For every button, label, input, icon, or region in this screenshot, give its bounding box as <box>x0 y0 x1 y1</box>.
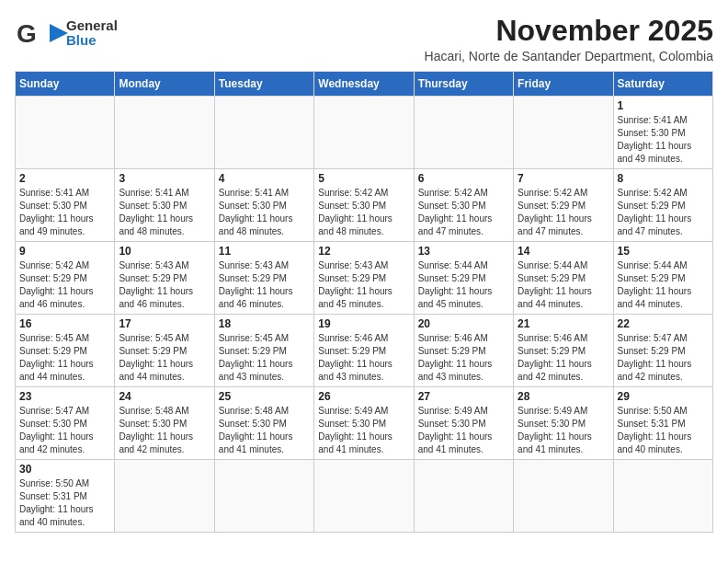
day-number: 29 <box>618 390 709 403</box>
calendar-cell <box>314 460 414 533</box>
day-info: Sunrise: 5:43 AM Sunset: 5:29 PM Dayligh… <box>318 259 409 311</box>
calendar-cell: 18Sunrise: 5:45 AM Sunset: 5:29 PM Dayli… <box>214 315 313 387</box>
day-info: Sunrise: 5:41 AM Sunset: 5:30 PM Dayligh… <box>618 114 709 166</box>
day-number: 22 <box>618 317 709 330</box>
day-info: Sunrise: 5:47 AM Sunset: 5:29 PM Dayligh… <box>618 332 709 384</box>
calendar-cell: 26Sunrise: 5:49 AM Sunset: 5:30 PM Dayli… <box>314 387 414 460</box>
calendar-cell: 24Sunrise: 5:48 AM Sunset: 5:30 PM Dayli… <box>115 387 214 460</box>
day-info: Sunrise: 5:46 AM Sunset: 5:29 PM Dayligh… <box>518 332 609 384</box>
month-title: November 2025 <box>425 15 713 47</box>
day-header-thursday: Thursday <box>414 72 513 97</box>
day-number: 20 <box>418 317 509 330</box>
day-header-monday: Monday <box>115 72 214 97</box>
calendar-cell <box>514 97 613 169</box>
calendar-cell: 4Sunrise: 5:41 AM Sunset: 5:30 PM Daylig… <box>214 169 313 242</box>
calendar-cell: 13Sunrise: 5:44 AM Sunset: 5:29 PM Dayli… <box>414 242 513 315</box>
day-header-tuesday: Tuesday <box>214 72 313 97</box>
day-number: 5 <box>318 172 409 185</box>
calendar-cell <box>214 97 313 169</box>
calendar-cell: 12Sunrise: 5:43 AM Sunset: 5:29 PM Dayli… <box>314 242 414 315</box>
calendar-week-1: 1Sunrise: 5:41 AM Sunset: 5:30 PM Daylig… <box>16 97 713 169</box>
day-info: Sunrise: 5:44 AM Sunset: 5:29 PM Dayligh… <box>518 259 609 311</box>
calendar-cell: 20Sunrise: 5:46 AM Sunset: 5:29 PM Dayli… <box>414 315 513 387</box>
calendar-cell: 9Sunrise: 5:42 AM Sunset: 5:29 PM Daylig… <box>16 242 115 315</box>
calendar-week-3: 9Sunrise: 5:42 AM Sunset: 5:29 PM Daylig… <box>16 242 713 315</box>
day-number: 2 <box>19 172 110 185</box>
day-info: Sunrise: 5:49 AM Sunset: 5:30 PM Dayligh… <box>518 405 609 456</box>
calendar-cell <box>414 97 513 169</box>
day-number: 17 <box>119 317 210 330</box>
calendar-cell: 11Sunrise: 5:43 AM Sunset: 5:29 PM Dayli… <box>214 242 313 315</box>
calendar-week-2: 2Sunrise: 5:41 AM Sunset: 5:30 PM Daylig… <box>16 169 713 242</box>
calendar-cell: 3Sunrise: 5:41 AM Sunset: 5:30 PM Daylig… <box>115 169 214 242</box>
calendar-cell <box>115 97 214 169</box>
page-header: G General Blue November 2025 Hacari, Nor… <box>15 15 713 63</box>
title-block: November 2025 Hacari, Norte de Santander… <box>425 15 713 63</box>
calendar-cell <box>16 97 115 169</box>
day-number: 15 <box>618 245 709 258</box>
day-number: 13 <box>418 245 509 258</box>
day-number: 9 <box>19 245 110 258</box>
calendar-cell: 2Sunrise: 5:41 AM Sunset: 5:30 PM Daylig… <box>16 169 115 242</box>
day-info: Sunrise: 5:44 AM Sunset: 5:29 PM Dayligh… <box>418 259 509 311</box>
calendar-cell: 10Sunrise: 5:43 AM Sunset: 5:29 PM Dayli… <box>115 242 214 315</box>
day-number: 14 <box>518 245 609 258</box>
calendar-week-5: 23Sunrise: 5:47 AM Sunset: 5:30 PM Dayli… <box>16 387 713 460</box>
day-header-saturday: Saturday <box>613 72 712 97</box>
day-number: 6 <box>418 172 509 185</box>
day-number: 23 <box>19 390 110 403</box>
location: Hacari, Norte de Santander Department, C… <box>425 49 713 63</box>
calendar-week-6: 30Sunrise: 5:50 AM Sunset: 5:31 PM Dayli… <box>16 460 713 533</box>
calendar-cell: 22Sunrise: 5:47 AM Sunset: 5:29 PM Dayli… <box>613 315 712 387</box>
day-info: Sunrise: 5:47 AM Sunset: 5:30 PM Dayligh… <box>19 405 110 456</box>
day-number: 18 <box>219 317 310 330</box>
calendar-cell: 8Sunrise: 5:42 AM Sunset: 5:29 PM Daylig… <box>613 169 712 242</box>
day-info: Sunrise: 5:42 AM Sunset: 5:29 PM Dayligh… <box>19 259 110 311</box>
calendar-cell <box>214 460 313 533</box>
day-info: Sunrise: 5:42 AM Sunset: 5:29 PM Dayligh… <box>518 187 609 238</box>
day-info: Sunrise: 5:41 AM Sunset: 5:30 PM Dayligh… <box>19 187 110 238</box>
day-number: 25 <box>219 390 310 403</box>
day-number: 28 <box>518 390 609 403</box>
day-number: 21 <box>518 317 609 330</box>
day-number: 7 <box>518 172 609 185</box>
calendar-header-row: SundayMondayTuesdayWednesdayThursdayFrid… <box>16 72 713 97</box>
day-number: 30 <box>19 463 110 476</box>
svg-text:G: G <box>17 19 37 48</box>
day-header-sunday: Sunday <box>16 72 115 97</box>
day-info: Sunrise: 5:45 AM Sunset: 5:29 PM Dayligh… <box>119 332 210 384</box>
logo-general: General <box>66 18 118 34</box>
calendar-cell: 28Sunrise: 5:49 AM Sunset: 5:30 PM Dayli… <box>514 387 613 460</box>
calendar-cell <box>414 460 513 533</box>
day-info: Sunrise: 5:46 AM Sunset: 5:29 PM Dayligh… <box>318 332 409 384</box>
calendar-cell: 7Sunrise: 5:42 AM Sunset: 5:29 PM Daylig… <box>514 169 613 242</box>
day-number: 8 <box>618 172 709 185</box>
day-info: Sunrise: 5:42 AM Sunset: 5:30 PM Dayligh… <box>418 187 509 238</box>
calendar-cell: 23Sunrise: 5:47 AM Sunset: 5:30 PM Dayli… <box>16 387 115 460</box>
calendar-cell: 1Sunrise: 5:41 AM Sunset: 5:30 PM Daylig… <box>613 97 712 169</box>
logo-svg: G <box>15 15 70 52</box>
day-info: Sunrise: 5:45 AM Sunset: 5:29 PM Dayligh… <box>19 332 110 384</box>
day-info: Sunrise: 5:50 AM Sunset: 5:31 PM Dayligh… <box>618 405 709 456</box>
calendar-cell: 25Sunrise: 5:48 AM Sunset: 5:30 PM Dayli… <box>214 387 313 460</box>
day-info: Sunrise: 5:45 AM Sunset: 5:29 PM Dayligh… <box>219 332 310 384</box>
calendar-table: SundayMondayTuesdayWednesdayThursdayFrid… <box>15 71 713 533</box>
day-info: Sunrise: 5:48 AM Sunset: 5:30 PM Dayligh… <box>219 405 310 456</box>
day-info: Sunrise: 5:43 AM Sunset: 5:29 PM Dayligh… <box>119 259 210 311</box>
calendar-week-4: 16Sunrise: 5:45 AM Sunset: 5:29 PM Dayli… <box>16 315 713 387</box>
logo: G General Blue <box>15 15 118 52</box>
calendar-cell: 5Sunrise: 5:42 AM Sunset: 5:30 PM Daylig… <box>314 169 414 242</box>
day-number: 3 <box>119 172 210 185</box>
calendar-cell: 16Sunrise: 5:45 AM Sunset: 5:29 PM Dayli… <box>16 315 115 387</box>
day-number: 24 <box>119 390 210 403</box>
logo-blue: Blue <box>66 33 118 49</box>
day-info: Sunrise: 5:46 AM Sunset: 5:29 PM Dayligh… <box>418 332 509 384</box>
day-info: Sunrise: 5:49 AM Sunset: 5:30 PM Dayligh… <box>418 405 509 456</box>
day-info: Sunrise: 5:42 AM Sunset: 5:29 PM Dayligh… <box>618 187 709 238</box>
calendar-cell: 15Sunrise: 5:44 AM Sunset: 5:29 PM Dayli… <box>613 242 712 315</box>
calendar-cell: 17Sunrise: 5:45 AM Sunset: 5:29 PM Dayli… <box>115 315 214 387</box>
day-number: 27 <box>418 390 509 403</box>
day-info: Sunrise: 5:50 AM Sunset: 5:31 PM Dayligh… <box>19 477 110 529</box>
day-number: 1 <box>618 99 709 112</box>
day-number: 19 <box>318 317 409 330</box>
